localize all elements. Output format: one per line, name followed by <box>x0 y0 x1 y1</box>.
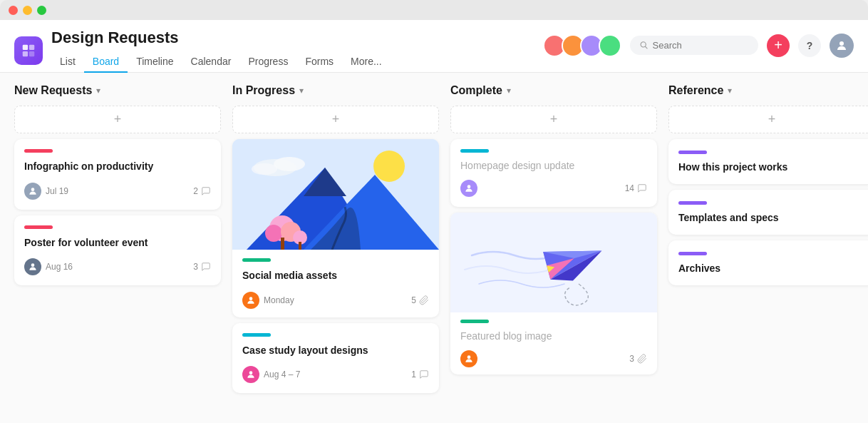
card-date: Aug 4 – 7 <box>264 370 300 379</box>
header: Design Requests List Board Timeline Cale… <box>0 20 868 73</box>
svg-point-23 <box>249 297 253 300</box>
badge-count: 1 <box>411 370 416 379</box>
svg-rect-20 <box>281 238 284 250</box>
add-card-new-requests[interactable]: + <box>14 106 221 133</box>
tab-more[interactable]: More... <box>342 51 391 73</box>
close-button[interactable] <box>9 6 18 15</box>
add-card-complete[interactable]: + <box>450 106 657 133</box>
svg-point-11 <box>274 157 305 171</box>
card-footer: 3 <box>460 350 647 367</box>
svg-point-13 <box>373 151 405 182</box>
card-meta <box>460 350 477 367</box>
card-title: Homepage design update <box>460 160 647 171</box>
search-input[interactable] <box>653 40 749 51</box>
card-featured-blog[interactable]: Featured blog image 3 <box>450 213 657 374</box>
card-meta: Aug 4 – 7 <box>242 366 300 383</box>
tab-list[interactable]: List <box>51 51 84 73</box>
card-avatar <box>242 292 259 309</box>
card-stripe <box>460 149 489 153</box>
svg-point-6 <box>839 41 844 46</box>
help-button[interactable]: ? <box>798 34 821 57</box>
tab-forms[interactable]: Forms <box>296 51 342 73</box>
svg-point-24 <box>249 372 253 375</box>
ref-title: Archives <box>678 263 865 274</box>
header-title-nav: Design Requests List Board Timeline Cale… <box>51 29 529 72</box>
ref-card-templates-specs[interactable]: Templates and specs <box>668 190 868 235</box>
card-footer: Monday 5 <box>242 292 429 309</box>
ref-stripe <box>678 201 707 205</box>
board: New Requests ▾ + Infographic on producti… <box>0 73 868 423</box>
card-homepage[interactable]: Homepage design update 14 <box>450 139 657 207</box>
card-avatar <box>460 180 477 197</box>
card-case-study[interactable]: Case study layout designs Aug 4 – 7 1 <box>232 323 439 394</box>
svg-rect-1 <box>29 44 34 49</box>
ref-stripe <box>678 151 707 154</box>
nav-tabs: List Board Timeline Calendar Progress Fo… <box>51 51 529 72</box>
column-title-in-progress: In Progress <box>232 84 295 97</box>
card-stripe <box>24 225 53 229</box>
svg-point-12 <box>252 163 277 175</box>
tab-timeline[interactable]: Timeline <box>128 51 182 73</box>
svg-point-18 <box>265 225 282 242</box>
tab-calendar[interactable]: Calendar <box>182 51 240 73</box>
card-stripe <box>460 320 489 323</box>
app-container: Design Requests List Board Timeline Cale… <box>0 20 868 423</box>
column-complete: Complete ▾ + Homepage design update 14 <box>450 84 657 412</box>
card-footer: 14 <box>460 180 647 197</box>
badge-count: 3 <box>193 262 198 272</box>
tab-board[interactable]: Board <box>84 51 128 73</box>
column-title-new-requests: New Requests <box>14 84 92 97</box>
card-title: Featured blog image <box>460 330 647 342</box>
comment-icon <box>201 186 211 196</box>
ref-card-archives[interactable]: Archives <box>668 240 868 285</box>
attachment-icon <box>637 354 647 364</box>
add-card-reference[interactable]: + <box>668 106 868 133</box>
column-reference: Reference ▾ + How this project works Tem… <box>668 84 868 412</box>
minimize-button[interactable] <box>23 6 32 15</box>
user-avatar[interactable] <box>830 34 854 58</box>
card-stripe <box>24 149 53 153</box>
ref-card-how-project-works[interactable]: How this project works <box>668 139 868 184</box>
column-header-in-progress: In Progress ▾ <box>232 84 439 97</box>
avatar[interactable] <box>599 34 621 57</box>
plane-illustration <box>450 213 657 312</box>
card-footer: Aug 4 – 7 1 <box>242 366 429 383</box>
card-stripe <box>242 258 271 262</box>
card-social-media[interactable]: Social media assets Monday 5 <box>232 139 439 317</box>
column-header-reference: Reference ▾ <box>668 84 868 97</box>
card-title: Infographic on productivity <box>24 160 211 174</box>
card-title: Social media assets <box>242 269 429 283</box>
card-meta: Monday <box>242 292 294 309</box>
ref-title: How this project works <box>678 161 865 173</box>
column-header-complete: Complete ▾ <box>450 84 657 97</box>
header-right: + ? <box>543 34 854 68</box>
card-title: Case study layout designs <box>242 344 429 358</box>
svg-point-25 <box>467 185 471 188</box>
card-poster[interactable]: Poster for volunteer event Aug 16 3 <box>14 215 221 286</box>
column-title-reference: Reference <box>668 84 723 97</box>
column-header-new-requests: New Requests ▾ <box>14 84 221 97</box>
svg-rect-0 <box>23 44 28 49</box>
svg-line-5 <box>646 46 648 49</box>
card-badge: 1 <box>411 370 429 379</box>
maximize-button[interactable] <box>37 6 46 15</box>
comment-icon <box>637 183 647 193</box>
search-bar[interactable] <box>630 36 758 55</box>
card-infographic[interactable]: Infographic on productivity Jul 19 2 <box>14 139 221 210</box>
tab-progress[interactable]: Progress <box>239 51 296 73</box>
window-chrome <box>0 0 868 20</box>
card-badge: 14 <box>625 183 647 193</box>
add-button[interactable]: + <box>767 34 790 57</box>
add-card-in-progress[interactable]: + <box>232 106 439 133</box>
card-badge: 3 <box>629 354 647 364</box>
comment-icon <box>201 262 211 272</box>
search-icon <box>640 41 649 50</box>
badge-count: 3 <box>629 354 634 364</box>
column-title-complete: Complete <box>450 84 502 97</box>
card-avatar <box>24 183 41 200</box>
column-in-progress: In Progress ▾ + <box>232 84 439 412</box>
column-new-requests: New Requests ▾ + Infographic on producti… <box>14 84 221 412</box>
card-avatar <box>24 258 41 275</box>
project-title: Design Requests <box>51 29 529 47</box>
attachment-icon <box>419 295 429 305</box>
